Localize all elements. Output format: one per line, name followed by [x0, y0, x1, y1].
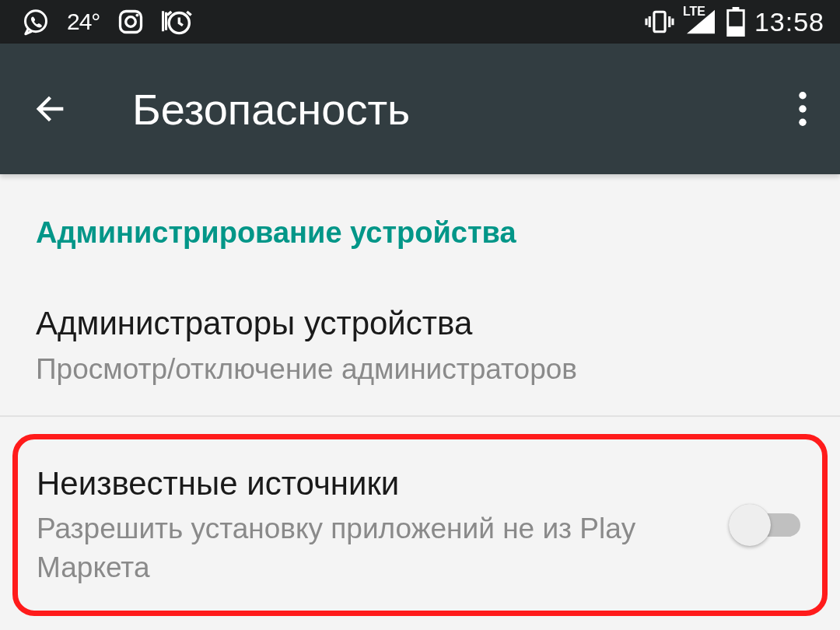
- svg-point-9: [799, 92, 806, 99]
- network-label: LTE: [683, 5, 705, 19]
- clock-time: 13:58: [754, 7, 824, 37]
- app-bar: Безопасность: [0, 44, 840, 174]
- status-left: 24°: [22, 7, 193, 37]
- section-header: Администрирование устройства: [36, 216, 804, 250]
- page-title: Безопасность: [132, 84, 784, 135]
- status-bar: 24°: [0, 0, 840, 44]
- unknown-sources-title: Неизвестные источники: [37, 463, 713, 506]
- svg-point-10: [799, 105, 806, 112]
- toggle-thumb: [729, 504, 771, 546]
- divider: [0, 415, 840, 417]
- unknown-sources-item[interactable]: Неизвестные источники Разрешить установк…: [12, 434, 828, 616]
- temperature-indicator: 24°: [67, 9, 100, 35]
- vibrate-icon: [644, 9, 675, 35]
- device-admins-item[interactable]: Администраторы устройства Просмотр/отклю…: [36, 287, 804, 415]
- device-admins-subtitle: Просмотр/отключение администраторов: [36, 350, 804, 389]
- settings-content: Администрирование устройства Администрат…: [0, 174, 840, 616]
- svg-point-0: [26, 11, 47, 32]
- whatsapp-icon: [22, 8, 50, 36]
- unknown-sources-text: Неизвестные источники Разрешить установк…: [37, 463, 713, 587]
- battery-icon: [726, 7, 745, 37]
- overflow-menu-button[interactable]: [784, 90, 821, 128]
- arrow-left-icon: [30, 89, 70, 129]
- svg-rect-8: [728, 26, 744, 36]
- instagram-icon: [117, 8, 145, 36]
- cellular-signal-icon: LTE: [684, 8, 717, 36]
- svg-point-3: [136, 14, 139, 17]
- svg-point-11: [799, 119, 806, 126]
- more-vert-icon: [798, 91, 807, 127]
- unknown-sources-subtitle: Разрешить установку приложений не из Pla…: [37, 509, 713, 587]
- unknown-sources-toggle[interactable]: [729, 502, 803, 548]
- svg-rect-5: [654, 12, 665, 32]
- alarm-icon: [162, 7, 193, 37]
- status-right: LTE 13:58: [644, 7, 824, 37]
- device-admins-title: Администраторы устройства: [36, 303, 804, 345]
- svg-point-2: [126, 17, 136, 27]
- back-button[interactable]: [28, 87, 72, 131]
